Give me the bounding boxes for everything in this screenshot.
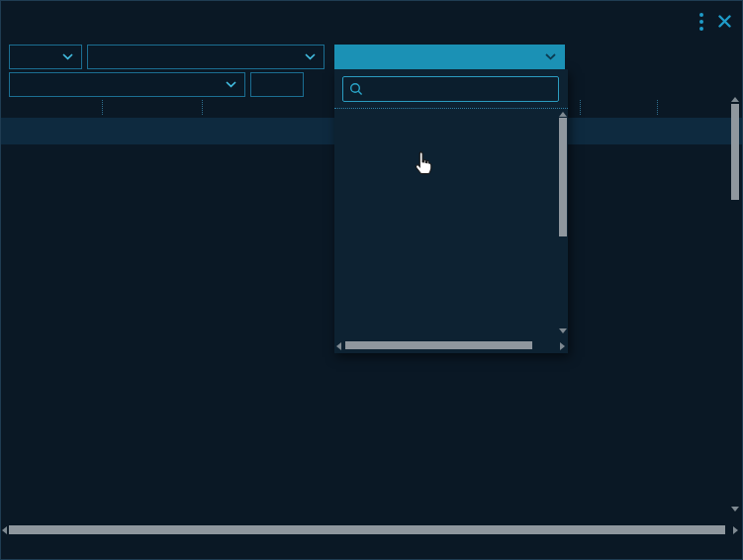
- dropdown-vscroll-thumb[interactable]: [559, 118, 567, 236]
- dropdown-divider: [334, 108, 568, 109]
- search-icon: [349, 82, 363, 96]
- column-divider: [657, 100, 658, 115]
- close-icon[interactable]: [713, 10, 735, 32]
- regions-dropdown-panel: [334, 69, 568, 353]
- regions-select[interactable]: [334, 45, 565, 69]
- macroeconomic-calendar-window: [0, 0, 743, 560]
- pagination: [1, 537, 743, 560]
- countries-select[interactable]: [9, 72, 245, 97]
- column-divider: [102, 100, 103, 115]
- chevron-down-icon: [62, 53, 73, 60]
- column-divider: [202, 100, 203, 115]
- dropdown-search-input[interactable]: [368, 82, 552, 96]
- dropdown-horizontal-scrollbar[interactable]: [334, 340, 568, 351]
- dropdown-hscroll-thumb[interactable]: [345, 341, 532, 349]
- chevron-down-icon: [305, 53, 316, 60]
- dropdown-search-box[interactable]: [342, 76, 559, 102]
- date-range-select[interactable]: [9, 45, 82, 69]
- kebab-menu-icon[interactable]: [694, 11, 709, 33]
- chevron-down-icon: [226, 81, 236, 88]
- chevron-down-icon: [545, 53, 556, 60]
- categories-select[interactable]: [87, 45, 325, 69]
- reset-button[interactable]: [250, 72, 304, 97]
- column-divider: [580, 100, 581, 115]
- dropdown-vertical-scrollbar[interactable]: [557, 112, 568, 336]
- vertical-scrollbar-thumb[interactable]: [731, 104, 739, 200]
- vertical-scrollbar[interactable]: [729, 96, 741, 515]
- horizontal-scrollbar[interactable]: [1, 524, 743, 536]
- horizontal-scrollbar-thumb[interactable]: [9, 525, 725, 534]
